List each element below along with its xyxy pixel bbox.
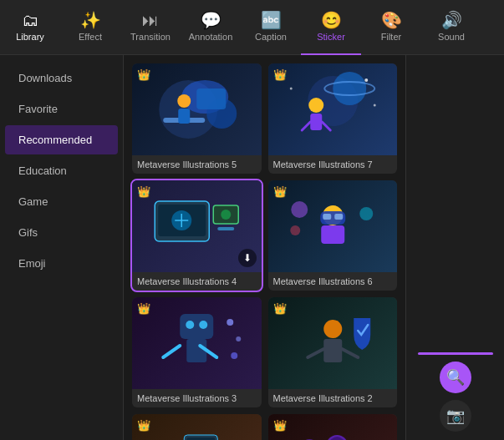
camera-icon: 📷 bbox=[446, 407, 465, 425]
sidebar-item-recommended[interactable]: Recommended bbox=[5, 125, 118, 154]
label-meta7: Metaverse Illustrations 7 bbox=[268, 155, 398, 174]
sticker-item-meta2[interactable]: 👑 Metaverse Illustrations 2 bbox=[268, 297, 398, 407]
svg-rect-26 bbox=[334, 214, 343, 220]
nav-caption[interactable]: 🔤 Caption bbox=[241, 0, 301, 55]
crown-icon: 👑 bbox=[137, 68, 150, 81]
sticker-item-meta7[interactable]: 👑 bbox=[268, 63, 398, 174]
svg-rect-27 bbox=[321, 225, 344, 244]
annotation-icon: 💬 bbox=[201, 12, 221, 28]
nav-effect[interactable]: ✨ Effect bbox=[60, 0, 120, 55]
effect-icon: ✨ bbox=[80, 12, 101, 28]
svg-point-30 bbox=[290, 225, 300, 235]
thumb-mask-man: 👑 bbox=[268, 414, 398, 440]
label-meta2: Metaverse Illustrations 2 bbox=[268, 389, 398, 407]
nav-sticker[interactable]: 😊 Sticker bbox=[301, 0, 361, 55]
crown-icon: 👑 bbox=[137, 419, 150, 432]
thumb-meta6: 👑 bbox=[268, 180, 398, 272]
sticker-item-meta1[interactable]: 👑 Metaverse Illus bbox=[132, 414, 262, 440]
sticker-icon: 😊 bbox=[321, 12, 342, 28]
svg-rect-41 bbox=[323, 339, 342, 362]
svg-line-35 bbox=[163, 346, 180, 357]
svg-point-16 bbox=[289, 88, 292, 90]
search-button[interactable]: 🔍 bbox=[440, 362, 471, 393]
top-navigation: 🗂 Library ✨ Effect ⏭ Transition 💬 Annota… bbox=[0, 0, 504, 55]
crown-icon: 👑 bbox=[273, 419, 287, 432]
svg-rect-11 bbox=[310, 114, 322, 130]
svg-point-8 bbox=[333, 72, 366, 105]
svg-point-40 bbox=[323, 320, 342, 338]
svg-point-39 bbox=[231, 352, 237, 359]
main-area: Downloads Favorite Recommended Education… bbox=[0, 55, 504, 440]
sidebar-item-emoji[interactable]: Emoji bbox=[5, 249, 118, 278]
svg-point-14 bbox=[364, 78, 368, 82]
filter-icon: 🎨 bbox=[381, 12, 402, 28]
thumb-meta2: 👑 bbox=[268, 297, 398, 389]
sidebar-item-downloads[interactable]: Downloads bbox=[5, 63, 118, 93]
sidebar-item-education[interactable]: Education bbox=[5, 156, 118, 185]
svg-point-21 bbox=[221, 210, 231, 220]
svg-point-10 bbox=[308, 98, 323, 113]
svg-line-12 bbox=[302, 122, 310, 130]
svg-rect-34 bbox=[186, 339, 206, 362]
label-meta6: Metaverse Illustrations 6 bbox=[268, 272, 398, 291]
caption-icon: 🔤 bbox=[261, 12, 282, 28]
svg-point-29 bbox=[359, 207, 373, 220]
svg-rect-22 bbox=[217, 227, 234, 230]
thumb-meta7: 👑 bbox=[268, 63, 398, 155]
sticker-item-meta4[interactable]: 👑 ⬇ Met bbox=[132, 180, 262, 291]
search-icon: 🔍 bbox=[446, 368, 465, 387]
sticker-item-meta6[interactable]: 👑 Metaverse Illus bbox=[268, 180, 398, 291]
nav-sound[interactable]: 🔊 Sound bbox=[421, 0, 481, 55]
progress-bar bbox=[418, 352, 493, 355]
crown-icon: 👑 bbox=[273, 302, 287, 315]
thumb-meta1: 👑 bbox=[132, 414, 262, 440]
svg-point-33 bbox=[199, 321, 207, 329]
nav-transition[interactable]: ⏭ Transition bbox=[120, 0, 181, 55]
svg-point-15 bbox=[373, 104, 375, 107]
sticker-item-mask-man[interactable]: 👑 bbox=[268, 414, 398, 440]
sidebar: Downloads Favorite Recommended Education… bbox=[0, 55, 124, 440]
svg-rect-25 bbox=[323, 214, 331, 220]
nav-library[interactable]: 🗂 Library bbox=[0, 0, 60, 55]
label-meta4: Metaverse Illustrations 4 bbox=[132, 272, 262, 291]
download-icon: ⬇ bbox=[238, 249, 257, 267]
sticker-content: 👑 Metaverse Illustrations 5 bbox=[124, 55, 405, 440]
nav-filter[interactable]: 🎨 Filter bbox=[361, 0, 421, 55]
svg-point-5 bbox=[177, 94, 191, 108]
svg-point-28 bbox=[291, 201, 308, 218]
svg-point-38 bbox=[236, 336, 241, 341]
transition-icon: ⏭ bbox=[142, 12, 159, 28]
sound-icon: 🔊 bbox=[441, 12, 462, 28]
sidebar-item-game[interactable]: Game bbox=[5, 187, 118, 216]
label-meta3: Metaverse Illustrations 3 bbox=[132, 389, 262, 407]
svg-rect-4 bbox=[196, 89, 226, 109]
thumb-meta5: 👑 bbox=[132, 63, 262, 155]
sticker-item-meta5[interactable]: 👑 Metaverse Illustrations 5 bbox=[132, 63, 262, 174]
thumb-meta4: 👑 ⬇ bbox=[132, 180, 262, 272]
crown-icon: 👑 bbox=[273, 185, 287, 198]
svg-point-37 bbox=[227, 319, 233, 326]
crown-icon: 👑 bbox=[137, 185, 150, 198]
svg-rect-31 bbox=[180, 314, 213, 339]
right-panel: 🔍 📷 bbox=[405, 55, 504, 440]
svg-line-43 bbox=[342, 349, 358, 357]
sticker-grid: 👑 Metaverse Illustrations 5 bbox=[132, 63, 397, 440]
sidebar-item-favorite[interactable]: Favorite bbox=[5, 94, 118, 124]
camera-button[interactable]: 📷 bbox=[440, 400, 471, 432]
library-icon: 🗂 bbox=[22, 12, 38, 28]
svg-rect-6 bbox=[178, 109, 190, 124]
crown-icon: 👑 bbox=[137, 302, 150, 315]
label-meta5: Metaverse Illustrations 5 bbox=[132, 155, 262, 174]
crown-icon: 👑 bbox=[273, 68, 287, 81]
sticker-item-meta3[interactable]: 👑 Me bbox=[132, 297, 262, 407]
svg-point-32 bbox=[186, 321, 194, 329]
nav-annotation[interactable]: 💬 Annotation bbox=[181, 0, 241, 55]
sidebar-item-gifs[interactable]: Gifs bbox=[5, 218, 118, 247]
thumb-meta3: 👑 bbox=[132, 297, 262, 389]
svg-line-42 bbox=[308, 349, 323, 357]
